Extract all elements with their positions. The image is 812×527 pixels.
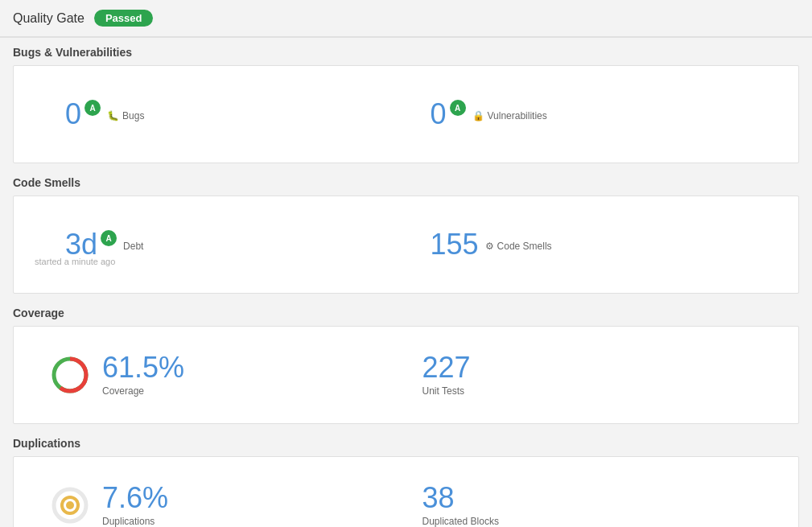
vulnerabilities-value: 0 [431, 100, 447, 129]
bugs-metric: 0 A 🐛 Bugs [33, 82, 414, 146]
bugs-value: 0 [65, 100, 81, 129]
coverage-title: Coverage [13, 307, 799, 319]
coverage-value: 61.5% [102, 351, 184, 384]
debt-label: Debt [123, 241, 143, 252]
code-smells-metric: 155 ⚙ Code Smells [414, 230, 780, 259]
bugs-label: 🐛 Bugs [107, 110, 144, 121]
debt-grade: A [101, 230, 117, 246]
started-note: started a minute ago [35, 257, 115, 266]
vulnerabilities-label: 🔒 Vulnerabilities [472, 110, 547, 121]
code-smells-section: Code Smells 3d A Debt started a minute a… [0, 168, 812, 298]
duplications-label: Duplications [102, 516, 168, 527]
debt-metric: 3d A Debt started a minute ago [33, 212, 414, 277]
lock-icon: 🔒 [472, 110, 484, 121]
vulnerabilities-grade: A [450, 100, 466, 116]
svg-point-5 [66, 501, 74, 509]
code-smells-card: 3d A Debt started a minute ago 155 ⚙ Cod… [13, 196, 799, 294]
duplicated-blocks-value: 38 [422, 481, 455, 514]
coverage-donut [49, 354, 91, 396]
bugs-vulnerabilities-section: Bugs & Vulnerabilities 0 A 🐛 Bugs 0 A 🔒 [0, 38, 812, 168]
duplications-title: Duplications [13, 437, 799, 450]
duplications-donut [49, 484, 91, 526]
unit-tests-metric: 227 Unit Tests [406, 353, 780, 397]
duplications-metric: 7.6% Duplications [33, 473, 406, 527]
passed-badge: Passed [94, 10, 154, 27]
duplications-card: 7.6% Duplications 38 Duplicated Blocks [13, 456, 799, 527]
debt-value: 3d [65, 230, 97, 259]
quality-gate-label: Quality Gate [13, 11, 84, 26]
coverage-label: Coverage [102, 385, 184, 397]
settings-icon: ⚙ [485, 241, 494, 252]
duplications-value: 7.6% [102, 481, 168, 514]
duplicated-blocks-metric: 38 Duplicated Blocks [406, 484, 780, 527]
duplicated-blocks-label: Duplicated Blocks [422, 516, 499, 527]
unit-tests-value: 227 [422, 351, 471, 384]
code-smells-label: ⚙ Code Smells [485, 241, 552, 252]
bugs-vulnerabilities-title: Bugs & Vulnerabilities [13, 46, 799, 59]
bugs-grade: A [84, 100, 101, 116]
coverage-metric: 61.5% Coverage [33, 343, 406, 407]
coverage-card: 61.5% Coverage 227 Unit Tests [13, 326, 799, 424]
bug-icon: 🐛 [107, 110, 119, 121]
code-smells-title: Code Smells [13, 176, 799, 189]
vulnerabilities-metric: 0 A 🔒 Vulnerabilities [414, 100, 780, 129]
unit-tests-label: Unit Tests [422, 385, 471, 397]
coverage-section: Coverage 61.5% Coverage 227 Unit Tests [0, 298, 812, 429]
duplications-section: Duplications 7.6% Duplications 38 Duplic… [0, 429, 812, 527]
bugs-vulnerabilities-card: 0 A 🐛 Bugs 0 A 🔒 Vulnerabilities [13, 65, 799, 163]
code-smells-value: 155 [431, 230, 479, 259]
quality-gate-header: Quality Gate Passed [0, 0, 812, 37]
